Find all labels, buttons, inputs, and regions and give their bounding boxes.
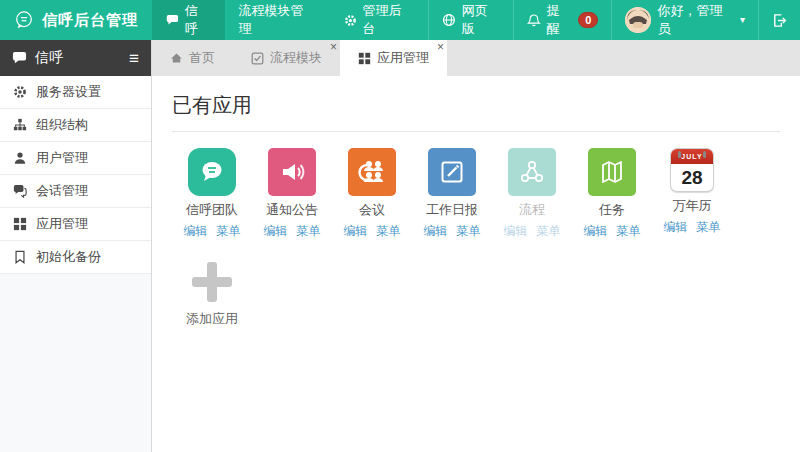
tab-label: 应用管理 (377, 49, 429, 67)
calendar-month: JULY (671, 149, 713, 164)
app-icon-edit-square[interactable] (428, 148, 476, 196)
topnav-label: 信呼 (185, 2, 211, 38)
sidebar-item-organization[interactable]: 组织结构 (0, 109, 151, 142)
sitemap-icon (13, 118, 27, 132)
app-edit-link[interactable]: 编辑 (664, 219, 688, 236)
tab-home[interactable]: 首页 (152, 40, 233, 76)
sidebar-item-label: 用户管理 (36, 149, 88, 167)
hamburger-menu-icon[interactable]: ≡ (129, 50, 139, 67)
app-name: 通知公告 (266, 201, 318, 219)
app-menu-link[interactable]: 菜单 (217, 223, 241, 240)
sidebar-item-label: 服务器设置 (36, 83, 101, 101)
divider (172, 131, 780, 132)
grid-icon (358, 52, 371, 65)
app-name: 流程 (519, 201, 545, 219)
app-icon-calendar[interactable]: JULY 28 (670, 148, 714, 192)
brand: 信呼后台管理 (0, 0, 152, 40)
tab-label: 首页 (189, 49, 215, 67)
app-icon-folded-map[interactable] (588, 148, 636, 196)
greeting-label: 你好，管理员 (657, 2, 734, 38)
chat-icon (166, 14, 179, 27)
notifications-label: 提醒 (547, 2, 572, 38)
sidebar-header: 信呼 ≡ (0, 40, 151, 76)
app-edit-link[interactable]: 编辑 (424, 223, 448, 240)
plus-icon[interactable] (190, 260, 234, 304)
close-icon[interactable]: × (437, 41, 444, 53)
sidebar: 信呼 ≡ 服务器设置 组织结构 用户管理 会话管理 (0, 40, 152, 452)
logout-button[interactable] (758, 0, 800, 40)
topnav-label: 流程模块管理 (239, 2, 316, 38)
webpage-version-button[interactable]: 网页版 (428, 0, 513, 40)
tab-label: 流程模块 (270, 49, 322, 67)
sidebar-item-apps[interactable]: 应用管理 (0, 208, 151, 241)
app-menu-link[interactable]: 菜单 (537, 223, 561, 240)
sidebar-item-label: 组织结构 (36, 116, 88, 134)
app-edit-link[interactable]: 编辑 (504, 223, 528, 240)
app-grid: 信呼团队 编辑 菜单 通知公告 编辑 菜单 (172, 148, 780, 240)
app-icon-share-nodes[interactable] (508, 148, 556, 196)
main-content: 已有应用 信呼团队 编辑 菜单 (152, 76, 800, 452)
comments-icon (13, 184, 27, 198)
notifications-button[interactable]: 提醒 0 (513, 0, 611, 40)
app-menu-link[interactable]: 菜单 (697, 219, 721, 236)
app-menu-link[interactable]: 菜单 (297, 223, 321, 240)
topnav-item-xinhu[interactable]: 信呼 (152, 0, 225, 40)
sidebar-item-label: 初始化备份 (36, 248, 101, 266)
gear-icon (344, 14, 357, 27)
tab-flow-module[interactable]: 流程模块 × (233, 40, 340, 76)
app-logo-chat-icon (14, 7, 34, 33)
sign-out-icon (772, 13, 787, 28)
sidebar-item-init-backup[interactable]: 初始化备份 (0, 241, 151, 274)
add-app-tile: 添加应用 (172, 260, 252, 328)
topnav-item-admin[interactable]: 管理后台 (330, 0, 428, 40)
app-tile-daily-report: 工作日报 编辑 菜单 (412, 148, 492, 240)
bookmark-icon (13, 250, 27, 264)
grid-icon (13, 217, 27, 231)
sidebar-item-users[interactable]: 用户管理 (0, 142, 151, 175)
app-name: 万年历 (673, 197, 712, 215)
sidebar-item-server-settings[interactable]: 服务器设置 (0, 76, 151, 109)
chat-icon (12, 51, 27, 66)
app-tile-xinhu-team: 信呼团队 编辑 菜单 (172, 148, 252, 240)
bell-icon (527, 13, 541, 28)
chevron-down-icon: ▾ (740, 15, 745, 25)
brand-title: 信呼后台管理 (42, 11, 138, 30)
tab-bar: 首页 流程模块 × 应用管理 × (152, 40, 800, 76)
app-menu-link[interactable]: 菜单 (617, 223, 641, 240)
sidebar-item-label: 应用管理 (36, 215, 88, 233)
tab-app-management[interactable]: 应用管理 × (340, 40, 447, 76)
topbar-right: 网页版 提醒 0 你好，管理员 ▾ (428, 0, 800, 40)
calendar-day: 28 (671, 164, 713, 191)
page-title: 已有应用 (172, 92, 780, 119)
gear-icon (13, 85, 27, 99)
globe-icon (442, 13, 456, 27)
app-menu-link[interactable]: 菜单 (457, 223, 481, 240)
user-menu[interactable]: 你好，管理员 ▾ (611, 0, 758, 40)
app-edit-link[interactable]: 编辑 (584, 223, 608, 240)
sidebar-item-sessions[interactable]: 会话管理 (0, 175, 151, 208)
home-icon (170, 52, 183, 64)
app-tile-workflow: 流程 编辑 菜单 (492, 148, 572, 240)
sidebar-item-label: 会话管理 (36, 182, 88, 200)
app-edit-link[interactable]: 编辑 (344, 223, 368, 240)
app-name: 工作日报 (426, 201, 478, 219)
app-edit-link[interactable]: 编辑 (184, 223, 208, 240)
check-square-icon (251, 52, 264, 65)
sidebar-title: 信呼 (35, 49, 63, 67)
topnav-label: 管理后台 (362, 2, 413, 38)
app-tile-tasks: 任务 编辑 菜单 (572, 148, 652, 240)
app-menu-link[interactable]: 菜单 (377, 223, 401, 240)
notification-count-badge: 0 (578, 12, 598, 28)
avatar (625, 7, 651, 33)
app-edit-link[interactable]: 编辑 (264, 223, 288, 240)
add-app-label: 添加应用 (186, 310, 238, 328)
app-tile-meeting: 会议 编辑 菜单 (332, 148, 412, 240)
topbar: 信呼后台管理 信呼 流程模块管理 管理后台 网页版 (0, 0, 800, 40)
topnav-item-flow-modules[interactable]: 流程模块管理 (225, 0, 330, 40)
app-icon-speaker[interactable] (268, 148, 316, 196)
webpage-version-label: 网页版 (462, 2, 501, 38)
app-icon-users-group[interactable] (348, 148, 396, 196)
app-icon-chat-bubble[interactable] (188, 148, 236, 196)
close-icon[interactable]: × (330, 41, 337, 53)
app-name: 任务 (599, 201, 625, 219)
